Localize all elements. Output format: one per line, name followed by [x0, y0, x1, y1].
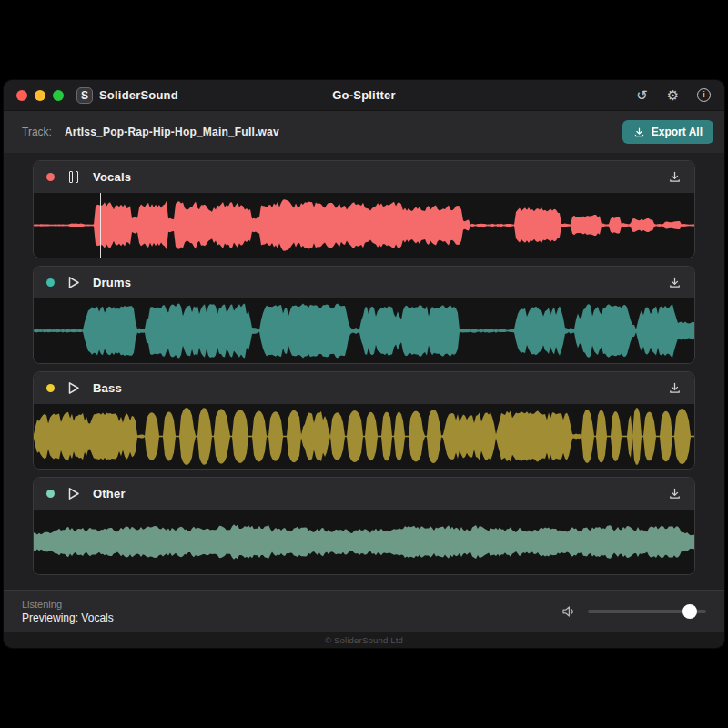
play-button[interactable]	[66, 487, 81, 501]
stem-name: Other	[93, 487, 126, 500]
play-icon	[67, 487, 80, 500]
stem-panel: Other	[33, 477, 695, 575]
zoom-window-button[interactable]	[53, 90, 64, 101]
stem-name: Drums	[93, 276, 131, 289]
titlebar-actions: ↺ ⚙ i	[634, 87, 712, 103]
info-icon-glyph: i	[697, 88, 711, 102]
stem-status-dot	[46, 490, 55, 498]
window-controls	[16, 90, 64, 101]
stem-waveform[interactable]	[34, 404, 694, 469]
download-stem-button[interactable]	[668, 381, 682, 395]
info-icon[interactable]: i	[696, 87, 712, 103]
volume-slider[interactable]	[588, 610, 706, 613]
download-icon	[668, 381, 682, 395]
stems-list: Vocals Drums	[4, 153, 724, 590]
track-filename: Artlss_Pop-Rap-Hip-Hop_Main_Full.wav	[65, 126, 279, 138]
play-button[interactable]	[66, 276, 81, 290]
stem-header: Other	[34, 478, 694, 510]
pause-button[interactable]	[66, 170, 81, 185]
solidersound-logo-icon: S	[76, 87, 93, 104]
download-stem-button[interactable]	[668, 487, 682, 500]
volume-control	[561, 604, 706, 619]
download-stem-button[interactable]	[668, 170, 682, 184]
playhead[interactable]	[100, 193, 102, 258]
titlebar: S SoliderSound Go-Splitter ↺ ⚙ i	[4, 80, 724, 111]
track-bar: Track: Artlss_Pop-Rap-Hip-Hop_Main_Full.…	[4, 111, 724, 153]
export-all-button[interactable]: Export All	[622, 120, 713, 144]
download-icon	[668, 276, 682, 289]
stem-waveform[interactable]	[34, 298, 694, 363]
stem-status-dot	[46, 384, 55, 392]
stem-panel: Drums	[33, 266, 695, 364]
brand-name: SoliderSound	[99, 88, 178, 102]
stem-panel: Bass	[33, 371, 695, 470]
download-icon	[668, 487, 682, 500]
copyright-text: © SoliderSound Ltd	[4, 632, 724, 648]
settings-gear-icon[interactable]: ⚙	[665, 87, 681, 103]
play-icon	[67, 381, 80, 395]
brand: S SoliderSound	[76, 87, 178, 104]
close-window-button[interactable]	[16, 90, 27, 101]
download-stem-button[interactable]	[668, 276, 682, 289]
stem-name: Bass	[93, 381, 122, 395]
footer: Listening Previewing: Vocals	[4, 590, 724, 632]
desktop-background: S SoliderSound Go-Splitter ↺ ⚙ i Track: …	[0, 0, 728, 728]
stem-status-dot	[46, 173, 55, 181]
stem-header: Drums	[34, 267, 694, 298]
stem-name: Vocals	[93, 170, 131, 184]
status-text: Listening	[22, 599, 114, 610]
export-all-label: Export All	[652, 126, 703, 138]
app-window: S SoliderSound Go-Splitter ↺ ⚙ i Track: …	[4, 80, 724, 648]
download-icon	[668, 170, 682, 184]
minimize-window-button[interactable]	[35, 90, 46, 101]
play-button[interactable]	[66, 381, 81, 396]
previewing-text: Previewing: Vocals	[22, 612, 114, 624]
stem-waveform[interactable]	[34, 510, 694, 574]
reset-icon[interactable]: ↺	[634, 87, 650, 103]
download-icon	[633, 126, 645, 138]
stem-waveform[interactable]	[34, 193, 694, 258]
play-icon	[67, 276, 80, 289]
stem-header: Bass	[34, 372, 694, 404]
stem-panel: Vocals	[33, 160, 695, 258]
speaker-icon	[561, 604, 577, 619]
stem-status-dot	[46, 278, 55, 287]
preview-status: Listening Previewing: Vocals	[22, 599, 114, 624]
track-label: Track:	[22, 126, 52, 138]
pause-icon	[69, 171, 78, 183]
stem-header: Vocals	[34, 161, 694, 193]
volume-slider-thumb[interactable]	[682, 604, 697, 619]
